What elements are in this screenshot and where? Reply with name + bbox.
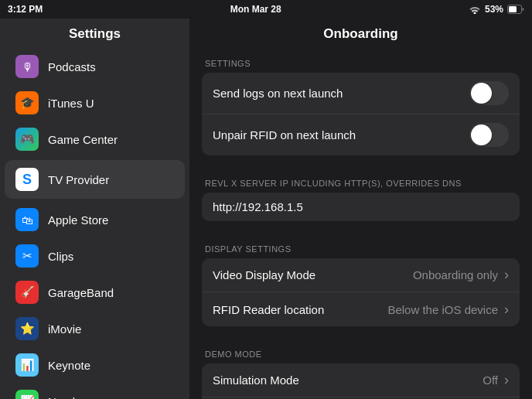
section-server-ip: REVL X SERVER IP INCLUDING HTTP(S), OVER… (189, 168, 532, 234)
section-group-settings: Send logs on next launchUnpair RFID on n… (202, 73, 520, 155)
row-video-display-mode[interactable]: Video Display ModeOnboarding only› (202, 258, 520, 292)
section-label-display-settings: DISPLAY SETTINGS (202, 234, 520, 258)
row-rfid-reader-location[interactable]: RFID Reader locationBelow the iOS device… (202, 292, 520, 326)
row-send-logs[interactable]: Send logs on next launch (202, 73, 520, 114)
right-panel: Onboarding SETTINGSSend logs on next lau… (189, 19, 532, 399)
status-bar: 3:12 PM Mon Mar 28 53% (0, 0, 532, 19)
sidebar-item-imovie[interactable]: ⭐ iMovie (5, 311, 185, 346)
right-sections-container: SETTINGSSend logs on next launchUnpair R… (189, 48, 532, 399)
sidebar-icon-numbers: 📈 (15, 390, 39, 399)
server-ip-group (202, 193, 520, 221)
battery-percent: 53% (485, 4, 503, 15)
sidebar-icon-tv-provider: S (15, 168, 39, 191)
section-demo-mode: DEMO MODESimulation ModeOff›Send test fl… (189, 339, 532, 399)
sidebar-icon-garageband: 🎸 (15, 281, 39, 304)
sidebar-icon-podcasts: 🎙 (15, 55, 39, 78)
status-day: Mon Mar 28 (230, 4, 281, 15)
sidebar-label-imovie: iMovie (48, 322, 81, 336)
section-display-settings: DISPLAY SETTINGSVideo Display ModeOnboar… (189, 234, 532, 339)
row-right-rfid-reader-location: Below the iOS device› (387, 302, 509, 318)
sidebar-label-game-center: Game Center (48, 133, 118, 146)
row-label-simulation-mode: Simulation Mode (213, 373, 299, 387)
sidebar-icon-clips: ✂ (15, 244, 39, 268)
sidebar-icon-imovie: ⭐ (15, 317, 39, 340)
sidebar-item-itunes-u[interactable]: 🎓 iTunes U (5, 85, 185, 121)
row-label-unpair-rfid: Unpair RFID on next launch (213, 128, 356, 142)
sidebar-title: Settings (0, 19, 189, 48)
wifi-icon (469, 5, 481, 14)
sidebar-item-keynote[interactable]: 📊 Keynote (5, 347, 185, 383)
row-right-video-display-mode: Onboarding only› (413, 267, 509, 283)
row-right-send-logs (469, 81, 509, 105)
sidebar-label-keynote: Keynote (48, 359, 90, 372)
sidebar-item-tv-provider[interactable]: S TV Provider (5, 160, 185, 199)
row-label-video-display-mode: Video Display Mode (213, 268, 315, 281)
row-value-video-display-mode: Onboarding only (413, 268, 498, 281)
chevron-icon-simulation-mode: › (504, 372, 509, 388)
chevron-icon-rfid-reader-location: › (504, 302, 509, 318)
row-value-simulation-mode: Off (483, 373, 498, 387)
sidebar-item-game-center[interactable]: 🎮 Game Center (5, 121, 185, 157)
sidebar-item-numbers[interactable]: 📈 Numbers (5, 384, 185, 399)
sidebar-label-itunes-u: iTunes U (48, 97, 94, 110)
sidebar-items-container: 🎙 Podcasts 🎓 iTunes U 🎮 Game Center S TV… (0, 49, 189, 399)
sidebar-item-clips[interactable]: ✂ Clips (5, 238, 185, 274)
section-label-demo-mode: DEMO MODE (202, 339, 520, 363)
row-simulation-mode[interactable]: Simulation ModeOff› (202, 363, 520, 397)
section-settings: SETTINGSSend logs on next launchUnpair R… (189, 48, 532, 168)
svg-rect-1 (509, 6, 517, 12)
toggle-unpair-rfid[interactable] (469, 123, 509, 147)
sidebar-label-tv-provider: TV Provider (48, 173, 109, 186)
row-label-send-logs: Send logs on next launch (213, 87, 343, 100)
sidebar-icon-keynote: 📊 (15, 353, 39, 377)
chevron-icon-video-display-mode: › (504, 267, 509, 283)
server-ip-input[interactable] (202, 193, 520, 221)
battery-icon (507, 5, 524, 14)
row-right-unpair-rfid (469, 123, 509, 147)
main-layout: Settings 🎙 Podcasts 🎓 iTunes U 🎮 Game Ce… (0, 19, 532, 399)
row-unpair-rfid[interactable]: Unpair RFID on next launch (202, 114, 520, 155)
sidebar-label-apple-store: Apple Store (48, 213, 108, 227)
toggle-send-logs[interactable] (469, 81, 509, 105)
sidebar-item-podcasts[interactable]: 🎙 Podcasts (5, 49, 185, 84)
section-group-display-settings: Video Display ModeOnboarding only›RFID R… (202, 258, 520, 326)
status-time: 3:12 PM (8, 4, 43, 15)
sidebar-icon-game-center: 🎮 (15, 128, 39, 151)
row-label-rfid-reader-location: RFID Reader location (213, 303, 324, 316)
row-value-rfid-reader-location: Below the iOS device (387, 303, 498, 316)
sidebar-icon-apple-store: 🛍 (15, 208, 39, 231)
sidebar-label-numbers: Numbers (48, 395, 95, 400)
row-right-simulation-mode: Off› (483, 372, 509, 388)
section-label-server-ip: REVL X SERVER IP INCLUDING HTTP(S), OVER… (202, 168, 520, 193)
section-label-settings: SETTINGS (202, 48, 520, 73)
sidebar-icon-itunes-u: 🎓 (15, 91, 39, 114)
right-panel-title: Onboarding (189, 19, 532, 48)
sidebar-label-podcasts: Podcasts (48, 60, 96, 73)
sidebar-item-apple-store[interactable]: 🛍 Apple Store (5, 202, 185, 237)
sidebar-item-garageband[interactable]: 🎸 GarageBand (5, 275, 185, 310)
status-right: 53% (469, 4, 524, 15)
sidebar: Settings 🎙 Podcasts 🎓 iTunes U 🎮 Game Ce… (0, 19, 189, 399)
sidebar-label-clips: Clips (48, 250, 73, 263)
section-group-demo-mode: Simulation ModeOff›Send test flag, doesn… (202, 363, 520, 399)
sidebar-label-garageband: GarageBand (48, 286, 114, 299)
